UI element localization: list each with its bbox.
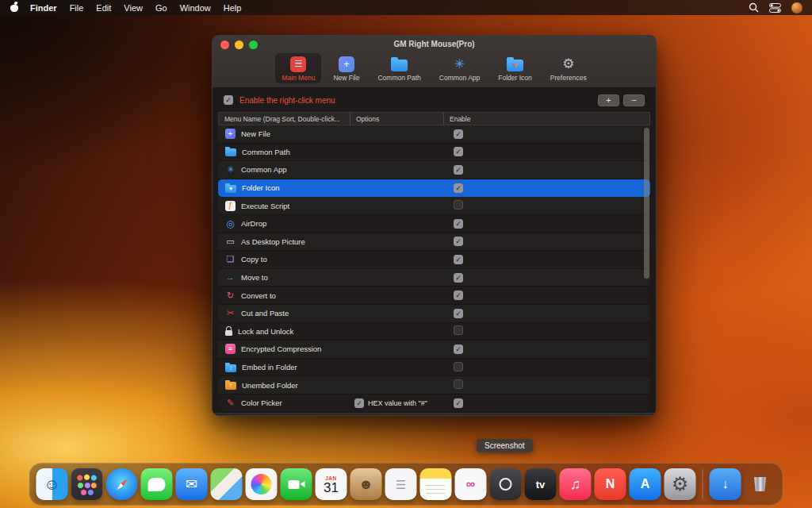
copy-icon: ❏ [225,254,236,264]
apple-tv-icon: tv [525,468,557,500]
close-button[interactable] [220,40,229,49]
dock-contacts[interactable]: ☻ [350,468,383,501]
dock-freeform[interactable]: ∞ [454,468,488,501]
table-row-new-file[interactable]: +New File [218,125,650,144]
row-label: AirDrop [241,219,266,228]
dock-system-settings[interactable]: ⚙ [664,468,697,501]
table-header: Menu Name (Drag Sort, Double-click...Opt… [218,112,650,125]
table-row-embed-in-folder[interactable]: ↓Embed in Folder [218,359,650,377]
dock-reminders[interactable]: ☰ [385,468,418,501]
menu-help[interactable]: Help [224,3,242,13]
table-row-color-picker[interactable]: ✎Color PickerHEX value with "#" [218,394,650,413]
table-row-airdrop[interactable]: ◎AirDrop [218,215,650,233]
dock-launchpad[interactable] [71,468,104,501]
row-enable-checkbox[interactable] [454,129,463,139]
row-label: Execute Script [241,202,289,210]
row-enable-checkbox[interactable] [454,219,463,229]
row-enable-checkbox[interactable] [454,291,463,300]
calendar-day: 31 [324,481,339,495]
scrollbar-thumb[interactable] [644,128,649,279]
dock: ☺✉JAN31☻☰∞tv♫NA⚙↓ [29,463,783,506]
dock-messages[interactable] [140,468,174,501]
freeform-icon: ∞ [455,468,487,500]
column-header-options[interactable]: Options [350,113,443,125]
table-row-execute-script[interactable]: ƒExecute Script [218,197,650,215]
dock-photos[interactable] [245,468,278,501]
dock-notes[interactable] [419,468,453,501]
table-row-copy-to[interactable]: ❏Copy to [218,251,650,269]
active-app-name[interactable]: Finder [30,3,57,13]
user-avatar[interactable] [791,2,802,13]
table-row-common-path[interactable]: Common Path [218,144,650,162]
notes-icon [420,468,452,500]
dock-music[interactable]: ♫ [559,468,592,501]
menu-edit[interactable]: Edit [96,3,111,13]
column-header-enable[interactable]: Enable [443,113,649,125]
row-enable-checkbox[interactable] [454,325,463,335]
table-row-convert-to[interactable]: ↻Convert to [218,287,650,305]
menu-view[interactable]: View [124,3,143,13]
table-row-move-to[interactable]: →Move to [218,269,650,287]
option-checkbox[interactable] [354,398,364,408]
row-enable-checkbox[interactable] [454,362,463,371]
photos-icon [246,468,278,500]
table-row-lock-and-unlock[interactable]: Lock and Unlock [218,323,650,341]
table-row-folder-icon[interactable]: ♥Folder Icon [218,179,650,198]
dock-mail[interactable]: ✉ [175,468,209,501]
row-enable-checkbox[interactable] [454,344,463,354]
table-row-common-app[interactable]: ✳Common App [218,161,650,179]
tab-new-file[interactable]: +New File [327,53,366,83]
dock-app-store[interactable]: A [629,468,662,501]
dock-facetime[interactable] [280,468,313,501]
row-label: Common App [241,165,287,174]
enable-right-click-checkbox[interactable] [224,95,233,105]
dock-news[interactable]: N [594,468,627,501]
row-enable-checkbox[interactable] [454,183,463,193]
plus-icon: + [225,129,236,139]
menu-file[interactable]: File [70,3,84,13]
dock-trash[interactable] [744,468,777,501]
row-enable-checkbox[interactable] [454,273,463,283]
dock-tooltip: Screenshot [477,439,533,452]
zoom-button[interactable] [249,40,258,49]
add-remove-group: + − [598,94,645,106]
row-enable-checkbox[interactable] [454,398,463,408]
search-icon[interactable] [749,2,759,13]
remove-menu-item-button[interactable]: − [623,94,645,106]
row-enable-checkbox[interactable] [454,165,463,175]
table-row-as-desktop-picture[interactable]: ▭As Desktop Picture [218,233,650,252]
control-center-icon[interactable] [769,3,781,13]
folder-heart-icon: ♥ [225,185,236,193]
table-row-unembed-folder[interactable]: ↑Unembed Folder [218,376,650,394]
dock-screenshot[interactable] [489,468,523,501]
script-icon: ƒ [225,201,236,211]
table-row-cut-and-paste[interactable]: ✂Cut and Paste [218,305,650,323]
minimize-button[interactable] [235,40,243,49]
table-row-encrypted-compression[interactable]: ≡Encrypted Compression [218,341,650,359]
menu-go[interactable]: Go [155,3,167,13]
row-enable-checkbox[interactable] [454,237,463,246]
row-enable-checkbox[interactable] [454,147,463,156]
apple-logo-icon[interactable] [10,2,19,13]
menu-window[interactable]: Window [180,3,211,13]
row-enable-checkbox[interactable] [454,379,463,389]
tab-main-menu[interactable]: ☰Main Menu [275,53,321,83]
row-enable-checkbox[interactable] [454,309,463,318]
dock-maps[interactable] [210,468,243,501]
dock-finder[interactable]: ☺ [36,468,69,501]
tab-preferences[interactable]: ⚙Preferences [544,53,593,83]
dock-downloads[interactable]: ↓ [709,468,742,501]
dock-apple-tv[interactable]: tv [524,468,557,501]
row-enable-checkbox[interactable] [454,255,463,264]
titlebar[interactable]: GM Right Mouse(Pro) [213,36,656,52]
column-header-menu-name-drag-sort-[interactable]: Menu Name (Drag Sort, Double-click... [219,113,350,125]
tab-common-path[interactable]: Common Path [371,53,427,83]
dock-safari[interactable] [105,468,139,501]
finder-icon: ☺ [36,468,68,500]
dock-calendar[interactable]: JAN31 [315,468,348,501]
tab-folder-icon[interactable]: ♥Folder Icon [492,53,538,83]
tab-common-app[interactable]: ✳Common App [433,53,487,83]
reset-button[interactable]: Reset [600,415,646,416]
row-enable-checkbox[interactable] [454,200,463,210]
add-menu-item-button[interactable]: + [598,94,619,106]
